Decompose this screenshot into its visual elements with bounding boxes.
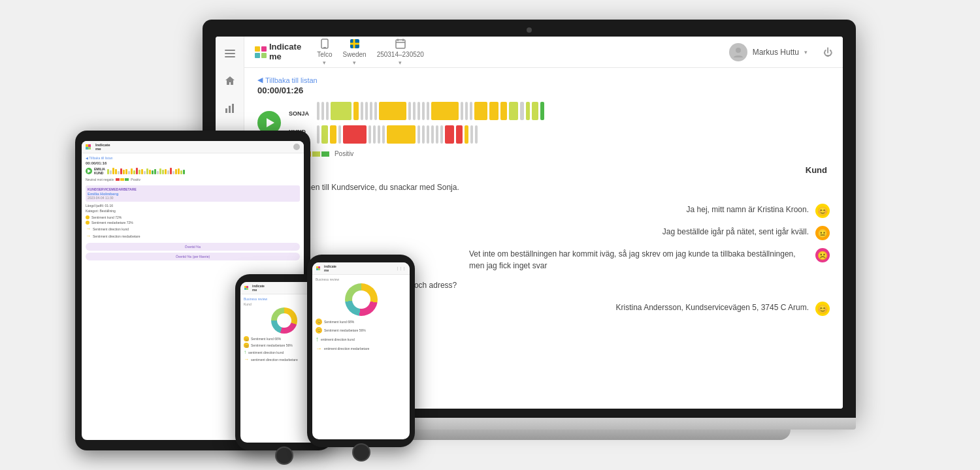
phone-right-device: indicateme ⋮⋮⋮ Business review 😊 Sentime…: [307, 255, 415, 447]
nav-user[interactable]: Markus Huttu ▾: [729, 43, 808, 61]
phone-right-mini-app: indicateme ⋮⋮⋮ Business review 😊 Sentime…: [312, 262, 410, 439]
nav-period-btn[interactable]: 250314–230520 ▾: [377, 38, 424, 66]
period-chevron: ▾: [399, 59, 402, 66]
tablet-mini-content: ◀ Tillbaka till listan 00:00/01:16 EMILI…: [82, 153, 304, 263]
svg-rect-7: [321, 39, 328, 48]
country-chevron: ▾: [353, 59, 356, 66]
logo-sq-teal: [255, 53, 260, 58]
svg-rect-12: [396, 40, 405, 48]
telco-chevron: ▾: [323, 59, 326, 66]
tablet-back-link: ◀ Tillbaka till listan: [86, 156, 300, 160]
top-nav: Indicate me Telco ▾ Sweden ▾: [244, 37, 843, 68]
nav-username: Markus Huttu: [753, 48, 799, 57]
sentiment-icon-1: 😊: [815, 204, 830, 218]
nav-power-btn[interactable]: ⏻: [823, 47, 832, 57]
svg-rect-8: [323, 47, 326, 48]
tablet-stat-kund: Sentiment kund 72%: [86, 215, 300, 219]
transcript-message-1: 😊 Ja hej, mitt namn är Kristina Kroon.: [257, 204, 830, 218]
tablet-stat-dir-kund: → Sentiment direction kund: [86, 226, 300, 232]
svg-rect-4: [229, 106, 231, 113]
logo-sq-pink: [261, 46, 267, 52]
svg-rect-11: [353, 39, 355, 48]
transcript-message-2: 😐 Jag beställde igår på nätet, sent igår…: [257, 226, 830, 240]
player-timestamp: 00:00/01:26: [257, 86, 830, 95]
transcript-header: Sonja Kund: [257, 165, 830, 175]
waveform-bars: [317, 102, 830, 144]
transcript-text-3: Vet inte om beställningen har kommit ivä…: [469, 248, 809, 272]
nav-telco-btn[interactable]: Telco ▾: [317, 38, 332, 66]
nav-country-btn[interactable]: Sweden ▾: [342, 38, 366, 66]
laptop-camera: [527, 27, 532, 33]
sidebar-home-icon[interactable]: [220, 70, 240, 91]
svg-rect-1: [225, 53, 235, 54]
transcript-text-5: Kristina Andersson, Kundservicevägen 5, …: [616, 302, 809, 313]
svg-rect-3: [225, 108, 227, 113]
sentiment-icon-2: 😐: [815, 226, 830, 240]
svg-rect-2: [225, 56, 235, 57]
sidebar-chart-icon[interactable]: [220, 98, 240, 119]
logo-squares: [255, 46, 267, 58]
phone-right-frame: indicateme ⋮⋮⋮ Business review 😊 Sentime…: [307, 255, 415, 447]
phone-right-home-btn[interactable]: [352, 443, 370, 462]
waveform-container: SONJA KUND: [257, 102, 830, 144]
tablet-mini-header: Indicateme: [82, 141, 304, 153]
phone-left-home-btn[interactable]: [275, 446, 293, 465]
transcript-text-1: Ja hej, mitt namn är Kristina Kroon.: [687, 204, 809, 215]
back-chevron: ◀: [257, 76, 263, 84]
transcript-right-speaker: Kund: [806, 165, 827, 175]
transcript-text-2: Jag beställde igår på nätet, sent igår k…: [662, 226, 809, 238]
tablet-stat-medarbetare: Sentiment medarbetare 72%: [86, 221, 300, 225]
nav-avatar: [729, 43, 747, 61]
svg-rect-5: [232, 104, 234, 113]
phone-right-screen: indicateme ⋮⋮⋮ Business review 😊 Sentime…: [312, 262, 410, 439]
sentiment-icon-5: 😊: [815, 302, 830, 316]
svg-rect-0: [225, 50, 235, 51]
sidebar-menu-icon[interactable]: [220, 43, 240, 64]
logo-sq-green: [261, 53, 267, 58]
user-chevron: ▾: [804, 49, 808, 55]
svg-point-16: [736, 48, 741, 53]
sentiment-pos-label: Positiv: [335, 150, 353, 157]
phone-right-header: indicateme ⋮⋮⋮: [312, 262, 410, 275]
play-icon: [267, 118, 274, 127]
logo-text: Indicate me: [269, 42, 301, 61]
back-link[interactable]: ◀ Tillbaka till listan: [257, 76, 830, 84]
transcript-message-0: 😊 Välkommen till Kundservice, du snackar…: [257, 181, 830, 196]
sentiment-icon-3: ☹️: [815, 248, 830, 262]
waveform-kund-row: [317, 125, 830, 144]
tablet-timestamp: 00:00/01:16: [86, 161, 300, 165]
tablet-stat-dir-med: → Sentiment direction medarbetare: [86, 233, 300, 239]
speaker-sonja-label: SONJA: [289, 110, 309, 117]
nav-logo: Indicate me: [255, 42, 301, 61]
waveform-sonja-row: [317, 102, 830, 120]
logo-sq-yellow: [255, 46, 260, 52]
sentiment-legend: Negativ Positiv: [257, 150, 830, 157]
tablet-agent-card: KUNDSERVICEMEDARBETARE Emilia Holmberg 2…: [86, 185, 300, 202]
